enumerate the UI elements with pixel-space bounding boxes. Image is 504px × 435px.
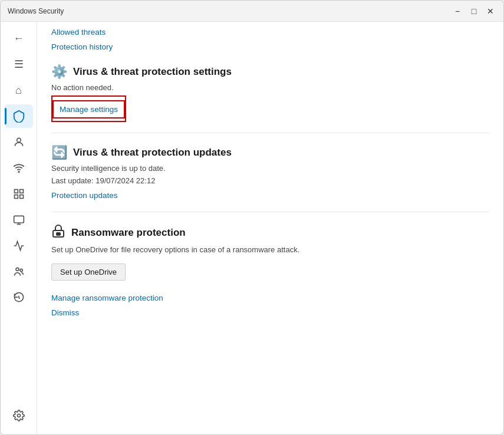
sidebar-item-family[interactable] [5, 260, 33, 284]
app-body: ← ☰ ⌂ [1, 22, 503, 434]
manage-ransomware-link[interactable]: Manage ransomware protection [51, 292, 489, 304]
allowed-threats-link[interactable]: Allowed threats [51, 27, 489, 38]
sidebar-item-menu[interactable]: ☰ [5, 52, 33, 76]
virus-settings-desc: No action needed. [51, 83, 489, 92]
maximize-button[interactable]: □ [468, 5, 480, 17]
close-button[interactable]: ✕ [485, 5, 496, 17]
dismiss-link[interactable]: Dismiss [51, 307, 489, 318]
virus-settings-icon: ⚙️ [51, 64, 67, 80]
ransomware-desc: Set up OneDrive for file recovery option… [51, 245, 489, 254]
divider-1 [51, 133, 489, 133]
svg-rect-5 [19, 195, 23, 199]
svg-rect-2 [14, 190, 18, 193]
svg-point-10 [20, 269, 22, 271]
sidebar-item-history[interactable] [5, 286, 33, 309]
sidebar-item-shield[interactable] [5, 104, 33, 128]
window-controls: − □ ✕ [452, 5, 496, 17]
divider-2 [51, 212, 489, 212]
ransomware-title: Ransomware protection [71, 227, 186, 239]
protection-updates-link[interactable]: Protection updates [51, 190, 489, 201]
svg-point-11 [17, 414, 20, 417]
window: Windows Security − □ ✕ ← ☰ ⌂ [0, 0, 504, 435]
svg-point-9 [16, 268, 19, 271]
ransomware-section: Ransomware protection Set up OneDrive fo… [51, 224, 489, 318]
manage-settings-button[interactable]: Manage settings [52, 100, 125, 118]
sidebar-item-account[interactable] [5, 130, 33, 154]
ransomware-header: Ransomware protection [51, 224, 489, 242]
setup-onedrive-button[interactable]: Set up OneDrive [51, 263, 126, 281]
window-title: Windows Security [8, 7, 64, 15]
sidebar-item-back[interactable]: ← [5, 27, 33, 50]
svg-rect-13 [57, 233, 60, 235]
virus-updates-icon: 🔄 [51, 145, 67, 160]
minimize-button[interactable]: − [452, 5, 463, 17]
sidebar: ← ☰ ⌂ [1, 22, 37, 434]
svg-rect-6 [14, 216, 24, 223]
sidebar-item-device[interactable] [5, 208, 33, 232]
sidebar-item-settings[interactable] [5, 404, 33, 427]
virus-updates-title: Virus & threat protection updates [73, 147, 232, 159]
svg-point-0 [17, 138, 21, 142]
sidebar-item-wifi[interactable] [5, 156, 33, 180]
title-bar: Windows Security − □ ✕ [1, 1, 503, 22]
svg-point-1 [18, 172, 19, 173]
sidebar-item-home[interactable]: ⌂ [5, 78, 33, 102]
virus-settings-title: Virus & threat protection settings [73, 66, 232, 78]
virus-updates-header: 🔄 Virus & threat protection updates [51, 145, 489, 160]
last-update-text: Last update: 19/07/2024 22:12 [51, 176, 489, 185]
virus-settings-section: ⚙️ Virus & threat protection settings No… [51, 64, 489, 122]
sidebar-item-app[interactable] [5, 182, 33, 206]
virus-updates-section: 🔄 Virus & threat protection updates Secu… [51, 145, 489, 201]
virus-updates-desc: Security intelligence is up to date. [51, 164, 489, 173]
virus-settings-header: ⚙️ Virus & threat protection settings [51, 64, 489, 80]
svg-rect-4 [14, 195, 18, 199]
sidebar-item-health[interactable] [5, 234, 33, 258]
main-content: Allowed threats Protection history ⚙️ Vi… [37, 22, 503, 434]
protection-history-link[interactable]: Protection history [51, 41, 489, 52]
svg-rect-3 [19, 190, 23, 193]
ransomware-icon [51, 224, 65, 242]
